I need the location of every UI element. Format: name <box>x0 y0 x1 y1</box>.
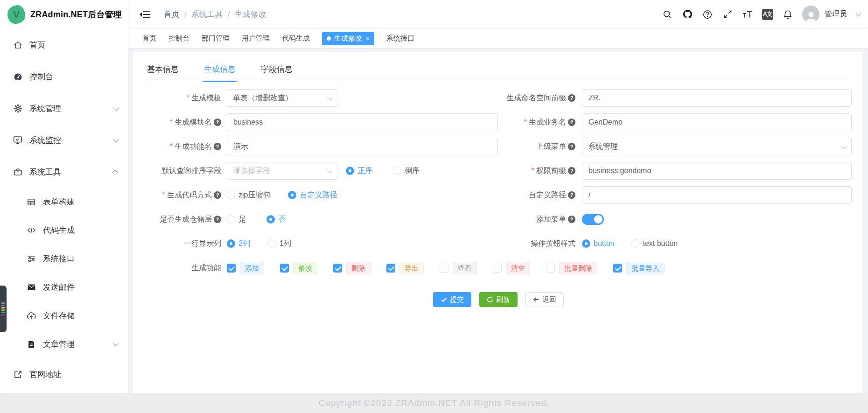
font-size-icon[interactable] <box>742 9 753 20</box>
breadcrumb: 首页 / 系统工具 / 生成修改 <box>164 9 266 20</box>
avatar[interactable] <box>802 6 819 23</box>
fullscreen-icon[interactable] <box>722 9 733 20</box>
sidebar-item-file-storage[interactable]: 文件存储 <box>0 301 128 330</box>
parent-menu-select[interactable]: 系统管理 <box>582 138 852 155</box>
active-dot-icon <box>327 36 331 41</box>
chevron-down-icon <box>841 143 847 149</box>
function-name-label: 生成功能名 <box>145 142 221 152</box>
sidebar-item-official-site[interactable]: 官网地址 <box>0 358 128 390</box>
mail-icon <box>26 282 36 293</box>
edge-extension-handle[interactable] <box>0 286 7 332</box>
checkbox-edit[interactable]: 修改 <box>280 262 317 274</box>
monitor-icon <box>13 135 23 145</box>
sidebar-item-system-tools[interactable]: 系统工具 <box>0 156 128 188</box>
sort-field-select[interactable]: 请选择字段 <box>227 162 337 180</box>
radio-repo-no[interactable]: 否 <box>266 215 286 224</box>
custom-path-input[interactable] <box>582 186 852 204</box>
close-icon[interactable]: × <box>365 35 370 42</box>
checkbox-export[interactable]: 导出 <box>386 262 424 274</box>
tab-basic-info[interactable]: 基本信息 <box>146 64 180 82</box>
help-icon[interactable] <box>214 119 221 126</box>
perm-prefix-input[interactable] <box>582 162 852 180</box>
tag-api[interactable]: 系统接口 <box>386 34 414 43</box>
tab-field-info[interactable]: 字段信息 <box>259 64 294 82</box>
module-name-input[interactable] <box>227 113 498 131</box>
search-icon[interactable] <box>662 9 673 20</box>
user-name[interactable]: 管理员 <box>825 9 847 19</box>
business-name-input[interactable] <box>582 113 852 131</box>
help-icon[interactable] <box>568 216 575 223</box>
sidebar-item-system-api[interactable]: 系统接口 <box>0 245 128 273</box>
tag-gen-edit-active[interactable]: 生成修改 × <box>322 32 374 45</box>
home-icon <box>13 40 23 50</box>
chevron-down-icon[interactable] <box>856 11 861 16</box>
submit-button[interactable]: 提交 <box>433 292 471 307</box>
checkbox-batch-import[interactable]: 批量导入 <box>613 262 665 274</box>
sidebar-item-article-manage[interactable]: 文章管理 <box>0 330 128 358</box>
breadcrumb-home[interactable]: 首页 <box>164 9 180 20</box>
gen-template-label: 生成模板 <box>145 93 221 103</box>
tag-home[interactable]: 首页 <box>142 34 156 43</box>
check-icon <box>441 296 447 303</box>
tag-codegen[interactable]: 代码生成 <box>282 34 310 43</box>
tag-user[interactable]: 用户管理 <box>242 34 270 43</box>
radio-button-style[interactable]: button <box>582 239 614 248</box>
language-icon[interactable]: A文 <box>762 9 773 20</box>
help-icon[interactable] <box>568 143 575 150</box>
help-icon[interactable] <box>568 191 575 199</box>
help-icon[interactable] <box>214 143 221 150</box>
radio-zip[interactable]: zip压缩包 <box>227 190 270 200</box>
add-menu-toggle[interactable] <box>582 214 604 225</box>
footer: Copyright ©2023 ZRAdmin.NET All Rights R… <box>0 393 868 413</box>
help-icon[interactable] <box>702 9 713 20</box>
checkbox-add[interactable]: 添加 <box>227 262 264 274</box>
sidebar-item-system-monitor[interactable]: 系统监控 <box>0 124 128 156</box>
tab-gen-info[interactable]: 生成信息 <box>203 64 237 82</box>
sidebar-item-send-mail[interactable]: 发送邮件 <box>0 273 128 301</box>
help-icon[interactable] <box>214 191 221 199</box>
checkbox-batch-delete[interactable]: 批量删除 <box>546 262 597 274</box>
menu-fold-icon[interactable] <box>140 9 151 20</box>
help-icon[interactable] <box>568 94 575 102</box>
table-icon <box>26 197 36 207</box>
gen-template-select[interactable]: 单表（增删改查） <box>227 89 337 107</box>
tag-dept[interactable]: 部门管理 <box>202 34 230 43</box>
github-icon[interactable] <box>682 9 693 20</box>
cloud-upload-icon <box>26 311 36 321</box>
help-icon[interactable] <box>214 216 221 223</box>
checkbox-delete[interactable]: 删除 <box>333 262 371 274</box>
back-button[interactable]: 返回 <box>525 292 564 307</box>
function-name-input[interactable] <box>227 138 498 155</box>
radio-sort-desc[interactable]: 倒序 <box>393 166 420 176</box>
help-icon[interactable] <box>568 167 575 175</box>
tag-console[interactable]: 控制台 <box>168 34 189 43</box>
notification-icon[interactable] <box>782 9 793 20</box>
sidebar-item-home[interactable]: 首页 <box>0 29 128 61</box>
checkbox-view[interactable]: 查看 <box>440 262 477 274</box>
arrow-left-icon <box>533 296 539 303</box>
sidebar-item-system-manage[interactable]: 系统管理 <box>0 92 128 124</box>
columns-per-row-label: 一行显示列 <box>145 239 221 249</box>
sidebar: V ZRAdmin.NET后台管理 首页 控制台 系统管理 <box>0 0 128 393</box>
sidebar-item-code-gen[interactable]: 代码生成 <box>0 216 128 245</box>
help-icon[interactable] <box>568 119 575 126</box>
radio-text-button-style[interactable]: text button <box>631 239 678 248</box>
sidebar-item-form-builder[interactable]: 表单构建 <box>0 188 128 216</box>
radio-repo-yes[interactable]: 是 <box>227 215 246 224</box>
namespace-prefix-label: 生成命名空间前缀 <box>498 93 575 103</box>
radio-one-col[interactable]: 1列 <box>268 239 291 249</box>
sidebar-item-dashboard[interactable]: 控制台 <box>0 61 128 92</box>
repo-layer-label: 是否生成仓储层 <box>145 215 221 224</box>
radio-sort-asc[interactable]: 正序 <box>346 166 372 176</box>
module-name-label: 生成模块名 <box>145 118 221 127</box>
refresh-button[interactable]: 刷新 <box>479 292 518 307</box>
app-window: V ZRAdmin.NET后台管理 首页 控制台 系统管理 <box>0 0 868 413</box>
radio-two-cols[interactable]: 2列 <box>227 239 250 249</box>
checkbox-clear[interactable]: 清空 <box>493 262 530 274</box>
breadcrumb-system-tools[interactable]: 系统工具 <box>191 9 223 20</box>
chevron-down-icon <box>113 136 119 142</box>
namespace-prefix-input[interactable] <box>582 89 852 107</box>
perm-prefix-label: 权限前缀 <box>498 166 575 176</box>
logo[interactable]: V ZRAdmin.NET后台管理 <box>0 0 128 29</box>
radio-custom-path[interactable]: 自定义路径 <box>288 190 337 200</box>
